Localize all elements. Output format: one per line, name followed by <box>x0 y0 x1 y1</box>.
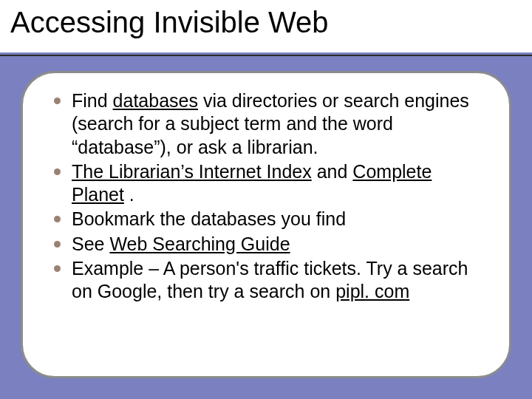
body-region: Find databases via directories or search… <box>21 71 511 378</box>
link-librarians-internet-index[interactable]: The Librarian’s Internet Index <box>72 161 312 182</box>
link-web-searching-guide[interactable]: Web Searching Guide <box>109 233 290 254</box>
slide-title: Accessing Invisible Web <box>10 6 532 39</box>
text: Bookmark the databases you find <box>72 208 346 229</box>
bullet-item: The Librarian’s Internet Index and Compl… <box>58 160 484 207</box>
bullet-item: Example – A person's traffic tickets. Tr… <box>58 257 484 304</box>
link-pipl[interactable]: pipl. com <box>335 281 409 301</box>
text: Find <box>72 90 113 111</box>
text: . <box>124 184 134 205</box>
text: and <box>312 161 353 182</box>
bullet-item: Bookmark the databases you find <box>58 208 484 231</box>
title-underline <box>0 55 532 56</box>
slide: Accessing Invisible Web Find databases v… <box>0 0 532 399</box>
bullet-item: Find databases via directories or search… <box>58 89 484 159</box>
bullet-list: Find databases via directories or search… <box>58 89 484 303</box>
link-databases[interactable]: databases <box>113 90 198 111</box>
text: See <box>72 233 109 254</box>
content-panel: Find databases via directories or search… <box>21 71 511 378</box>
title-region: Accessing Invisible Web <box>0 0 532 55</box>
bullet-item: See Web Searching Guide <box>58 233 484 256</box>
